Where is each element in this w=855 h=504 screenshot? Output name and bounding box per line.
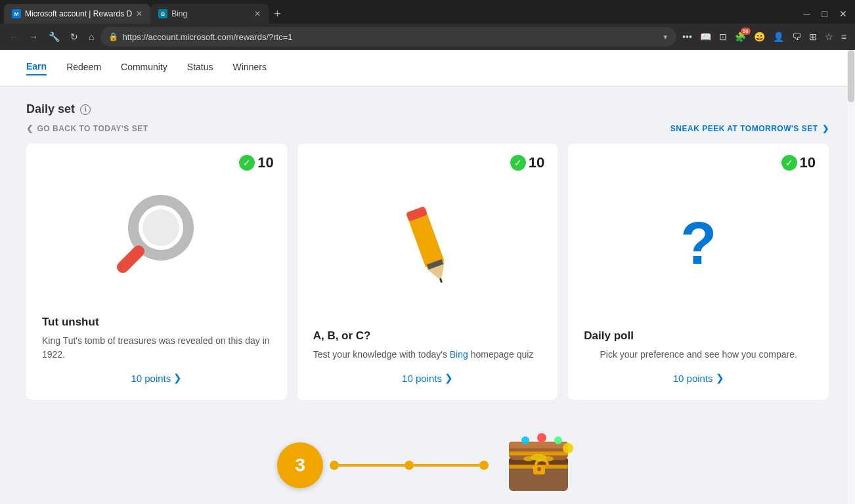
card3-points-label: 10 points bbox=[673, 373, 713, 384]
nav-link-status[interactable]: Status bbox=[187, 62, 213, 75]
close-window-button[interactable]: ✕ bbox=[835, 6, 851, 22]
card1-chevron-icon: ❯ bbox=[173, 372, 182, 384]
tab-bar: M Microsoft account | Rewards D ✕ B Bing… bbox=[0, 0, 855, 24]
card2-badge: ✓ 10 bbox=[510, 154, 544, 171]
card1-footer: 10 points ❯ bbox=[42, 362, 271, 384]
address-bar[interactable]: 🔒 https://account.microsoft.com/rewards/… bbox=[100, 27, 676, 47]
card3-points-link[interactable]: 10 points ❯ bbox=[673, 372, 724, 384]
progress-line-1 bbox=[339, 464, 405, 467]
nav-link-redeem[interactable]: Redeem bbox=[66, 62, 101, 75]
nav-link-community[interactable]: Community bbox=[121, 62, 167, 75]
check-circle-2: ✓ bbox=[510, 155, 526, 171]
top-nav: Earn Redeem Community Status Winners bbox=[0, 50, 855, 87]
back-button[interactable]: ← bbox=[5, 29, 22, 45]
scrollbar[interactable] bbox=[847, 50, 855, 504]
forward-label: SNEAK PEEK AT TOMORROW'S SET bbox=[670, 124, 818, 133]
card1-points-link[interactable]: 10 points ❯ bbox=[131, 372, 182, 384]
tab-close-rewards[interactable]: ✕ bbox=[136, 9, 142, 18]
treasure-chest-svg bbox=[506, 429, 578, 494]
favourites-button[interactable]: 🗨 bbox=[789, 29, 804, 45]
page-content: Earn Redeem Community Status Winners Dai… bbox=[0, 50, 855, 504]
tab-bing[interactable]: B Bing ✕ bbox=[150, 4, 269, 24]
sneak-peek-button[interactable]: SNEAK PEEK AT TOMORROW'S SET ❯ bbox=[670, 124, 829, 133]
forward-button[interactable]: → bbox=[25, 29, 42, 45]
extension-badge: 50 bbox=[741, 28, 751, 35]
tools-button[interactable]: 🔧 bbox=[45, 29, 64, 45]
check-circle-1: ✓ bbox=[239, 155, 255, 171]
nav-links: Earn Redeem Community Status Winners bbox=[26, 61, 267, 75]
progress-dot-3 bbox=[479, 461, 489, 470]
card2-desc: Test your knowledge with today's Bing ho… bbox=[313, 348, 542, 362]
reading-view-button[interactable]: 📖 bbox=[697, 29, 714, 45]
card3-footer: 10 points ❯ bbox=[584, 362, 813, 384]
card3-image-area: ? bbox=[584, 157, 813, 329]
browser-chrome: M Microsoft account | Rewards D ✕ B Bing… bbox=[0, 0, 855, 50]
card1-content: Tut unshut King Tut's tomb of treasures … bbox=[42, 316, 271, 362]
bing-link[interactable]: Bing bbox=[450, 349, 468, 360]
card2-title: A, B, or C? bbox=[313, 329, 542, 343]
back-to-today-button[interactable]: ❮ GO BACK TO TODAY'S SET bbox=[26, 124, 148, 133]
section-title: Daily set i bbox=[26, 102, 829, 116]
card2-image-area bbox=[313, 157, 542, 329]
progress-section: 3 bbox=[26, 415, 829, 504]
card1-points: 10 bbox=[257, 154, 273, 171]
card1-badge: ✓ 10 bbox=[239, 154, 273, 171]
lock-icon: 🔒 bbox=[108, 32, 118, 41]
progress-dots-line bbox=[330, 461, 489, 470]
card3-points: 10 bbox=[800, 154, 816, 171]
back-label: GO BACK TO TODAY'S SET bbox=[37, 124, 148, 133]
card1-points-label: 10 points bbox=[131, 373, 171, 384]
card2-chevron-icon: ❯ bbox=[445, 372, 453, 384]
caret-icon: ▼ bbox=[662, 33, 669, 41]
more-button[interactable]: ••• bbox=[679, 29, 695, 45]
svg-line-2 bbox=[123, 251, 139, 267]
pencil-icon bbox=[382, 192, 473, 294]
tab-title-bing: Bing bbox=[171, 9, 187, 18]
split-button[interactable]: ⊡ bbox=[716, 29, 730, 45]
treasure-chest-icon bbox=[506, 429, 578, 501]
url-text: https://account.microsoft.com/rewards/?r… bbox=[122, 32, 658, 42]
card2-points-link[interactable]: 10 points ❯ bbox=[402, 372, 453, 384]
minimize-button[interactable]: ─ bbox=[800, 6, 814, 22]
emoji-button[interactable]: 😀 bbox=[751, 29, 768, 45]
card3-badge: ✓ 10 bbox=[781, 154, 816, 171]
tab-rewards[interactable]: M Microsoft account | Rewards D ✕ bbox=[4, 4, 150, 24]
cards-row: ✓ 10 Tut unshut King Tut's tomb of treas… bbox=[26, 144, 829, 400]
card1-desc: King Tut's tomb of treasures was reveale… bbox=[42, 334, 271, 362]
extensions-button[interactable]: 🧩 50 bbox=[732, 29, 749, 45]
progress-line-2 bbox=[414, 464, 479, 467]
card-tut-unshut[interactable]: ✓ 10 Tut unshut King Tut's tomb of treas… bbox=[26, 144, 287, 400]
card1-image-area bbox=[42, 157, 271, 316]
set-navigation: ❮ GO BACK TO TODAY'S SET SNEAK PEEK AT T… bbox=[26, 124, 829, 133]
svg-point-22 bbox=[563, 443, 573, 453]
tab-favicon-microsoft: M bbox=[12, 9, 21, 18]
nav-link-winners[interactable]: Winners bbox=[233, 62, 267, 75]
menu-button[interactable]: ≡ bbox=[838, 29, 850, 45]
nav-link-earn[interactable]: Earn bbox=[26, 61, 47, 75]
card2-content: A, B, or C? Test your knowledge with tod… bbox=[313, 329, 542, 362]
accounts-button[interactable]: 👤 bbox=[770, 29, 787, 45]
scrollbar-thumb[interactable] bbox=[848, 50, 854, 102]
refresh-button[interactable]: ↻ bbox=[66, 29, 82, 45]
info-icon[interactable]: i bbox=[80, 104, 91, 115]
home-button[interactable]: ⌂ bbox=[85, 29, 98, 45]
card1-title: Tut unshut bbox=[42, 316, 271, 329]
card-daily-poll[interactable]: ✓ 10 ? Daily poll Pick your preference a… bbox=[568, 144, 829, 400]
restore-button[interactable]: □ bbox=[818, 6, 831, 22]
card-abc-quiz[interactable]: ✓ 10 A, B, or C? Test y bbox=[297, 144, 558, 400]
svg-point-19 bbox=[523, 456, 534, 461]
card2-points-label: 10 points bbox=[402, 373, 442, 384]
progress-dot-1 bbox=[330, 461, 339, 470]
card3-title: Daily poll bbox=[584, 329, 813, 343]
svg-point-17 bbox=[554, 436, 562, 444]
tab-close-bing[interactable]: ✕ bbox=[254, 9, 261, 18]
collections-button[interactable]: ⊞ bbox=[806, 29, 820, 45]
settings-button[interactable]: ☆ bbox=[822, 29, 837, 45]
card2-footer: 10 points ❯ bbox=[313, 362, 542, 384]
new-tab-button[interactable]: + bbox=[269, 7, 286, 21]
card2-points: 10 bbox=[529, 154, 544, 171]
svg-point-20 bbox=[543, 456, 554, 461]
tab-favicon-bing: B bbox=[158, 9, 167, 18]
nav-right-buttons: ••• 📖 ⊡ 🧩 50 😀 👤 🗨 ⊞ ☆ ≡ bbox=[679, 29, 850, 45]
main-area: Daily set i ❮ GO BACK TO TODAY'S SET SNE… bbox=[0, 87, 855, 504]
